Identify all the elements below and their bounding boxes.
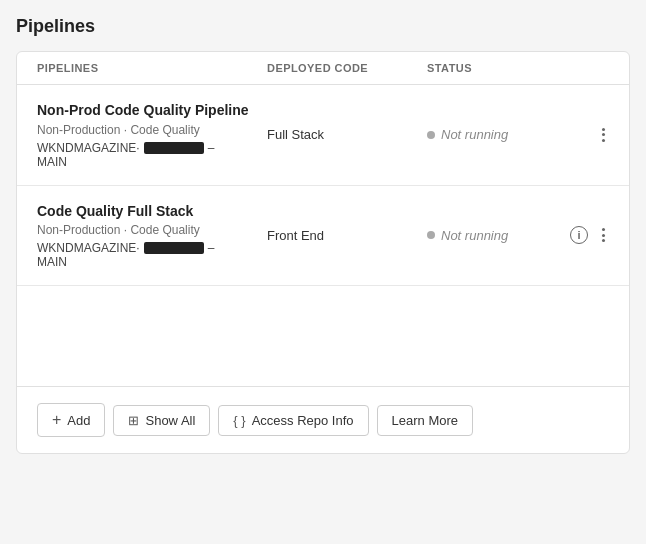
learn-more-label: Learn More — [392, 413, 458, 428]
status-dot-1 — [427, 131, 435, 139]
more-dot-3 — [602, 139, 605, 142]
deployed-code-1: Full Stack — [267, 127, 427, 142]
table-header: PIPELINES DEPLOYED CODE STATUS — [17, 52, 629, 85]
repo-prefix-2: WKNDMAGAZINE· — [37, 241, 140, 255]
deployed-code-2: Front End — [267, 228, 427, 243]
pipeline-repo-1: WKNDMAGAZINE·– — [37, 141, 267, 155]
header-status: STATUS — [427, 62, 609, 74]
status-dot-4 — [427, 231, 435, 239]
pipeline-branch-1: MAIN — [37, 155, 267, 169]
empty-space — [17, 286, 629, 386]
pipeline-name-2: Code Quality Full Stack — [37, 202, 267, 222]
more-dot-7 — [602, 239, 605, 242]
pipeline-type-1: Non-Production · Code Quality — [37, 123, 267, 137]
footer: + Add ⊞ Show All { } Access Repo Info Le… — [17, 386, 629, 453]
status-text-1: Not running — [441, 127, 508, 142]
status-text-2: Not running — [441, 228, 508, 243]
more-dot-1 — [602, 128, 605, 131]
repo-dash-2: – — [208, 241, 215, 255]
page-title: Pipelines — [16, 16, 630, 37]
show-all-icon: ⊞ — [128, 413, 139, 428]
pipeline-type-2: Non-Production · Code Quality — [37, 223, 267, 237]
add-button[interactable]: + Add — [37, 403, 105, 437]
status-cell-2: Not running i — [427, 226, 609, 244]
pipeline-name-1: Non-Prod Code Quality Pipeline — [37, 101, 267, 121]
pipelines-card: PIPELINES DEPLOYED CODE STATUS Non-Prod … — [16, 51, 630, 454]
more-dot-5 — [602, 228, 605, 231]
status-actions-1 — [598, 126, 609, 144]
repo-prefix-1: WKNDMAGAZINE· — [37, 141, 140, 155]
more-menu-button-1[interactable] — [598, 126, 609, 144]
header-deployed-code: DEPLOYED CODE — [267, 62, 427, 74]
status-display-2: Not running — [427, 228, 508, 243]
pipeline-info-1: Non-Prod Code Quality Pipeline Non-Produ… — [37, 101, 267, 169]
header-pipelines: PIPELINES — [37, 62, 267, 74]
repo-dash-1: – — [208, 141, 215, 155]
more-dot-2 — [602, 133, 605, 136]
status-display-1: Not running — [427, 127, 508, 142]
table-row: Code Quality Full Stack Non-Production ·… — [17, 186, 629, 287]
curly-brace-icon: { } — [233, 413, 245, 428]
pipeline-branch-2: MAIN — [37, 255, 267, 269]
pipeline-repo-2: WKNDMAGAZINE·– — [37, 241, 267, 255]
plus-icon: + — [52, 411, 61, 429]
learn-more-button[interactable]: Learn More — [377, 405, 473, 436]
repo-redacted-1 — [144, 142, 204, 154]
show-all-button[interactable]: ⊞ Show All — [113, 405, 210, 436]
show-all-label: Show All — [145, 413, 195, 428]
pipeline-info-2: Code Quality Full Stack Non-Production ·… — [37, 202, 267, 270]
access-repo-label: Access Repo Info — [252, 413, 354, 428]
status-actions-2: i — [570, 226, 609, 244]
add-label: Add — [67, 413, 90, 428]
more-menu-button-2[interactable] — [598, 226, 609, 244]
access-repo-button[interactable]: { } Access Repo Info — [218, 405, 368, 436]
status-cell-1: Not running — [427, 126, 609, 144]
more-dot-6 — [602, 234, 605, 237]
pipelines-page: Pipelines PIPELINES DEPLOYED CODE STATUS… — [0, 0, 646, 544]
info-icon-button[interactable]: i — [570, 226, 588, 244]
table-row: Non-Prod Code Quality Pipeline Non-Produ… — [17, 85, 629, 186]
repo-redacted-2 — [144, 242, 204, 254]
